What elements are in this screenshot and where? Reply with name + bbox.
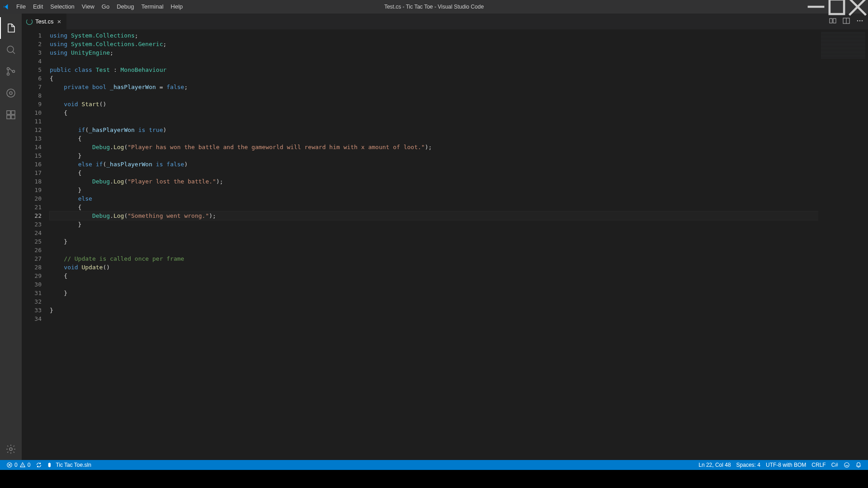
code-line[interactable]: {	[50, 134, 818, 143]
menu-selection[interactable]: Selection	[47, 0, 78, 14]
svg-rect-16	[830, 19, 832, 23]
status-encoding[interactable]: UTF-8 with BOM	[763, 460, 809, 470]
csharp-file-icon	[26, 19, 33, 25]
status-cursor-position[interactable]: Ln 22, Col 48	[696, 460, 733, 470]
tab-close-icon[interactable]: ×	[56, 18, 62, 25]
code-line[interactable]	[50, 314, 818, 323]
code-line[interactable]	[50, 57, 818, 66]
code-line[interactable]: {	[50, 203, 818, 211]
minimize-button[interactable]	[806, 0, 826, 14]
more-actions-icon[interactable]	[856, 17, 863, 26]
tab-test-cs[interactable]: Test.cs ×	[22, 14, 67, 29]
code-line[interactable]: private bool _hasPlayerWon = false;	[50, 83, 818, 91]
code-line[interactable]: }	[50, 237, 818, 246]
vscode-logo-icon	[0, 3, 13, 10]
tab-label: Test.cs	[35, 18, 53, 25]
desktop-background	[0, 470, 868, 488]
svg-point-7	[7, 73, 9, 75]
code-line[interactable]	[50, 297, 818, 306]
line-number: 13	[22, 134, 42, 143]
line-number: 12	[22, 126, 42, 134]
status-problems[interactable]: 0 0	[4, 460, 33, 470]
split-editor-icon[interactable]	[843, 17, 850, 26]
line-number: 34	[22, 314, 42, 323]
close-button[interactable]	[847, 0, 868, 14]
code-line[interactable]: Debug.Log("Player lost the battle.");	[50, 177, 818, 186]
line-number: 28	[22, 263, 42, 272]
code-line[interactable]: if(_hasPlayerWon is true)	[50, 126, 818, 134]
menu-edit[interactable]: Edit	[29, 0, 47, 14]
minimap[interactable]	[818, 29, 868, 460]
status-sync-icon[interactable]	[33, 460, 45, 470]
menu-help[interactable]: Help	[167, 0, 187, 14]
code-line[interactable]: {	[50, 169, 818, 177]
editor-body[interactable]: 1234567891011121314151617181920212223242…	[22, 29, 868, 460]
svg-point-6	[7, 68, 9, 70]
code-line[interactable]: public class Test : MonoBehaviour	[50, 66, 818, 74]
status-eol[interactable]: CRLF	[809, 460, 828, 470]
code-line[interactable]	[50, 91, 818, 100]
code-line[interactable]: Debug.Log("Player has won the battle and…	[50, 143, 818, 151]
maximize-button[interactable]	[826, 0, 847, 14]
compare-changes-icon[interactable]	[829, 17, 836, 26]
window-controls	[806, 0, 868, 14]
code-line[interactable]: void Start()	[50, 100, 818, 108]
code-line[interactable]: {	[50, 108, 818, 117]
line-number: 24	[22, 229, 42, 237]
explorer-activity-icon[interactable]	[0, 17, 22, 39]
search-activity-icon[interactable]	[0, 39, 22, 61]
svg-point-15	[9, 448, 12, 450]
line-number: 9	[22, 100, 42, 108]
menu-view[interactable]: View	[78, 0, 98, 14]
status-warnings-count: 0	[28, 462, 31, 468]
line-number: 27	[22, 254, 42, 263]
code-line[interactable]: }	[50, 220, 818, 229]
status-solution[interactable]: Tic Tac Toe.sln	[45, 460, 94, 470]
menu-debug[interactable]: Debug	[113, 0, 137, 14]
code-line[interactable]: }	[50, 151, 818, 160]
extensions-activity-icon[interactable]	[0, 104, 22, 126]
line-number: 2	[22, 40, 42, 48]
menu-go[interactable]: Go	[98, 0, 113, 14]
status-solution-name: Tic Tac Toe.sln	[56, 462, 91, 468]
status-indentation[interactable]: Spaces: 4	[734, 460, 763, 470]
code-content[interactable]: using System.Collections;using System.Co…	[50, 29, 818, 460]
window-title: Test.cs - Tic Tac Toe - Visual Studio Co…	[384, 4, 484, 10]
code-line[interactable]	[50, 280, 818, 289]
code-line[interactable]: void Update()	[50, 263, 818, 272]
code-line[interactable]: Debug.Log("Something went wrong.");	[50, 211, 818, 220]
code-line[interactable]: }	[50, 306, 818, 314]
debug-activity-icon[interactable]	[0, 82, 22, 104]
code-line[interactable]: {	[50, 272, 818, 280]
code-line[interactable]: }	[50, 186, 818, 194]
code-line[interactable]: else if(_hasPlayerWon is false)	[50, 160, 818, 169]
svg-point-27	[844, 463, 849, 468]
status-feedback-icon[interactable]	[841, 460, 853, 470]
code-line[interactable]	[50, 246, 818, 254]
settings-gear-icon[interactable]	[0, 438, 22, 460]
title-bar: FileEditSelectionViewGoDebugTerminalHelp…	[0, 0, 868, 14]
code-line[interactable]: {	[50, 74, 818, 83]
code-line[interactable]: else	[50, 194, 818, 203]
line-number: 19	[22, 186, 42, 194]
line-number: 26	[22, 246, 42, 254]
code-line[interactable]: using System.Collections.Generic;	[50, 40, 818, 48]
menu-terminal[interactable]: Terminal	[137, 0, 167, 14]
source-control-activity-icon[interactable]	[0, 61, 22, 82]
code-line[interactable]	[50, 229, 818, 237]
code-line[interactable]: }	[50, 289, 818, 297]
code-line[interactable]: using System.Collections;	[50, 31, 818, 40]
code-line[interactable]: using UnityEngine;	[50, 48, 818, 57]
code-line[interactable]	[50, 117, 818, 126]
line-number: 7	[22, 83, 42, 91]
status-notifications-icon[interactable]	[853, 460, 864, 470]
svg-rect-13	[7, 115, 10, 119]
line-number: 11	[22, 117, 42, 126]
line-number: 33	[22, 306, 42, 314]
svg-point-21	[859, 20, 861, 22]
code-line[interactable]: // Update is called once per frame	[50, 254, 818, 263]
menu-file[interactable]: File	[13, 0, 29, 14]
svg-point-4	[7, 46, 14, 52]
status-language[interactable]: C#	[829, 460, 841, 470]
editor-group: Test.cs × 123456789101112131415161718192…	[22, 14, 868, 460]
